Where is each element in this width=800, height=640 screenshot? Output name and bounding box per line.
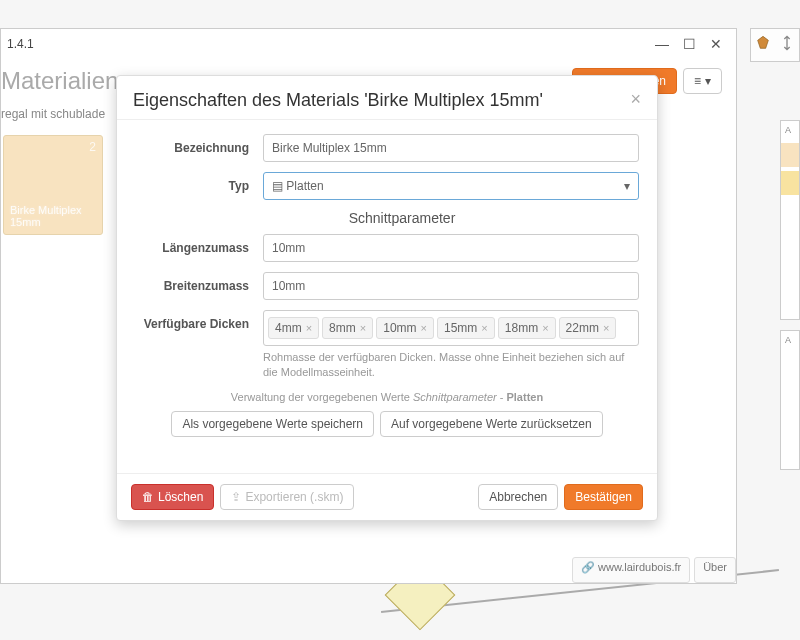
right-swatch-panel-2: A bbox=[780, 330, 800, 470]
maximize-icon[interactable]: ☐ bbox=[683, 36, 696, 52]
thickness-tag[interactable]: 15mm× bbox=[437, 317, 495, 339]
remove-tag-icon[interactable]: × bbox=[306, 322, 312, 334]
material-count: 2 bbox=[89, 140, 96, 154]
width-allowance-input[interactable]: 10mm bbox=[263, 272, 639, 300]
label-thicknesses: Verfügbare Dicken bbox=[135, 310, 263, 331]
material-card[interactable]: 2 Birke Multiplex 15mm bbox=[3, 135, 103, 235]
thickness-tag[interactable]: 8mm× bbox=[322, 317, 373, 339]
confirm-button[interactable]: Bestätigen bbox=[564, 484, 643, 510]
thickness-tagbox[interactable]: 4mm×8mm×10mm×15mm×18mm×22mm× bbox=[263, 310, 639, 346]
save-defaults-button[interactable]: Als vorgegebene Werte speichern bbox=[171, 411, 374, 437]
close-icon[interactable]: × bbox=[630, 90, 641, 108]
cancel-button[interactable]: Abbrechen bbox=[478, 484, 558, 510]
remove-tag-icon[interactable]: × bbox=[360, 322, 366, 334]
thickness-tag[interactable]: 4mm× bbox=[268, 317, 319, 339]
label-length-allowance: Längenzumass bbox=[135, 234, 263, 255]
thickness-tag[interactable]: 10mm× bbox=[376, 317, 434, 339]
about-link[interactable]: Über bbox=[694, 557, 736, 583]
remove-tag-icon[interactable]: × bbox=[603, 322, 609, 334]
label-name: Bezeichnung bbox=[135, 134, 263, 155]
swatch[interactable] bbox=[781, 143, 799, 167]
help-thicknesses: Rohmasse der verfügbaren Dicken. Masse o… bbox=[263, 350, 639, 381]
tool-icon[interactable] bbox=[779, 35, 795, 55]
type-select[interactable]: ▤ Platten ▾ bbox=[263, 172, 639, 200]
menu-icon: ≡ bbox=[694, 74, 701, 88]
window-title: 1.4.1 bbox=[7, 37, 34, 51]
swatch[interactable] bbox=[781, 171, 799, 195]
page-title: Materialien bbox=[1, 67, 118, 95]
footer-link[interactable]: 🔗 www.lairdubois.fr bbox=[572, 557, 690, 583]
label-type: Typ bbox=[135, 172, 263, 193]
name-input[interactable]: Birke Multiplex 15mm bbox=[263, 134, 639, 162]
type-value: Platten bbox=[286, 179, 323, 193]
delete-button[interactable]: 🗑 Löschen bbox=[131, 484, 214, 510]
export-button[interactable]: ⇪ Exportieren (.skm) bbox=[220, 484, 354, 510]
tool-icon[interactable] bbox=[755, 35, 771, 55]
reset-defaults-button[interactable]: Auf vorgegebene Werte zurücksetzen bbox=[380, 411, 603, 437]
material-card-label: Birke Multiplex 15mm bbox=[10, 204, 102, 228]
minimize-icon[interactable]: — bbox=[655, 36, 669, 52]
right-swatch-panel: A bbox=[780, 120, 800, 320]
remove-tag-icon[interactable]: × bbox=[421, 322, 427, 334]
window-titlebar: 1.4.1 — ☐ ✕ bbox=[1, 29, 736, 59]
label-width-allowance: Breitenzumass bbox=[135, 272, 263, 293]
footer-bar: 🔗 www.lairdubois.fr Über bbox=[572, 557, 736, 583]
close-icon[interactable]: ✕ bbox=[710, 36, 722, 52]
section-title: Schnittparameter bbox=[135, 210, 639, 226]
export-icon: ⇪ bbox=[231, 490, 241, 504]
material-properties-modal: Eigenschaften des Materials 'Birke Multi… bbox=[116, 75, 658, 521]
sheet-icon: ▤ bbox=[272, 179, 286, 193]
top-right-toolbox bbox=[750, 28, 800, 62]
svg-marker-0 bbox=[758, 36, 769, 48]
menu-button[interactable]: ≡ ▾ bbox=[683, 68, 722, 94]
thickness-tag[interactable]: 22mm× bbox=[559, 317, 617, 339]
modal-title: Eigenschaften des Materials 'Birke Multi… bbox=[133, 90, 543, 111]
length-allowance-input[interactable]: 10mm bbox=[263, 234, 639, 262]
remove-tag-icon[interactable]: × bbox=[542, 322, 548, 334]
remove-tag-icon[interactable]: × bbox=[481, 322, 487, 334]
thickness-tag[interactable]: 18mm× bbox=[498, 317, 556, 339]
link-icon: 🔗 bbox=[581, 561, 598, 573]
chevron-down-icon: ▾ bbox=[624, 179, 630, 193]
trash-icon: 🗑 bbox=[142, 490, 154, 504]
defaults-heading: Verwaltung der vorgegebenen Werte Schnit… bbox=[135, 391, 639, 403]
chevron-down-icon: ▾ bbox=[705, 74, 711, 88]
